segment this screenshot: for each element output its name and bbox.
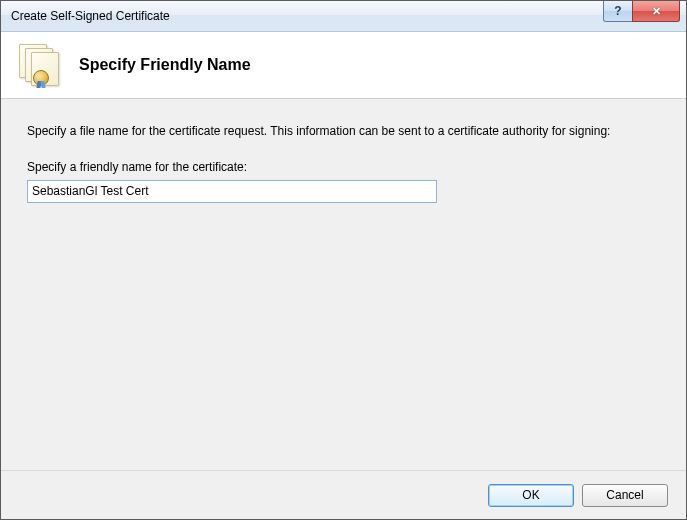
close-button[interactable]: ✕ [632,1,680,22]
page-title: Specify Friendly Name [79,56,251,74]
help-button[interactable]: ? [603,1,633,22]
dialog-body: Specify a file name for the certificate … [1,99,686,470]
cancel-button[interactable]: Cancel [582,484,668,507]
close-icon: ✕ [652,6,661,17]
friendly-name-label: Specify a friendly name for the certific… [27,160,660,174]
help-icon: ? [614,5,621,17]
ok-button[interactable]: OK [488,484,574,507]
friendly-name-input[interactable] [27,180,437,203]
window-controls: ? ✕ [603,1,686,22]
dialog-window: Create Self-Signed Certificate ? ✕ Speci… [0,0,687,520]
certificate-icon [19,44,61,86]
instruction-text: Specify a file name for the certificate … [27,123,617,140]
window-title: Create Self-Signed Certificate [11,9,170,23]
title-bar[interactable]: Create Self-Signed Certificate ? ✕ [1,1,686,32]
header-band: Specify Friendly Name [1,32,686,99]
dialog-footer: OK Cancel [1,470,686,519]
